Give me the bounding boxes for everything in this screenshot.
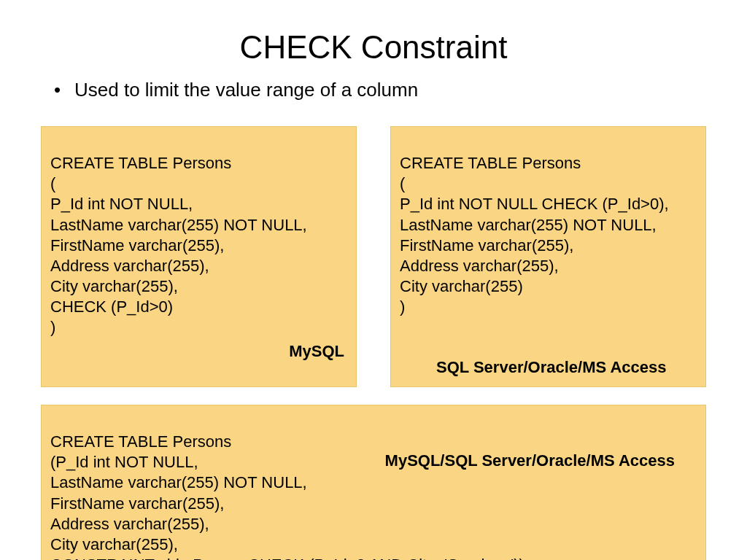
code-text: CREATE TABLE Persons ( P_Id int NOT NULL… xyxy=(50,153,347,338)
code-text: CREATE TABLE Persons ( P_Id int NOT NULL… xyxy=(400,153,697,317)
slide-title: CHECK Constraint xyxy=(41,29,706,66)
bullet-item: • Used to limit the value range of a col… xyxy=(54,79,706,101)
code-box-sqlserver: CREATE TABLE Persons ( P_Id int NOT NULL… xyxy=(390,126,706,387)
slide: CHECK Constraint • Used to limit the val… xyxy=(0,0,747,560)
bullet-text: Used to limit the value range of a colum… xyxy=(74,79,418,101)
code-label-sqlserver: SQL Server/Oracle/MS Access xyxy=(436,357,667,378)
code-box-all: CREATE TABLE Persons (P_Id int NOT NULL,… xyxy=(41,405,706,560)
code-label-all: MySQL/SQL Server/Oracle/MS Access xyxy=(385,451,675,471)
code-row-top: CREATE TABLE Persons ( P_Id int NOT NULL… xyxy=(41,126,706,387)
code-label-mysql: MySQL xyxy=(289,341,344,362)
bullet-dot-icon: • xyxy=(54,79,74,101)
code-box-mysql: CREATE TABLE Persons ( P_Id int NOT NULL… xyxy=(41,126,357,387)
